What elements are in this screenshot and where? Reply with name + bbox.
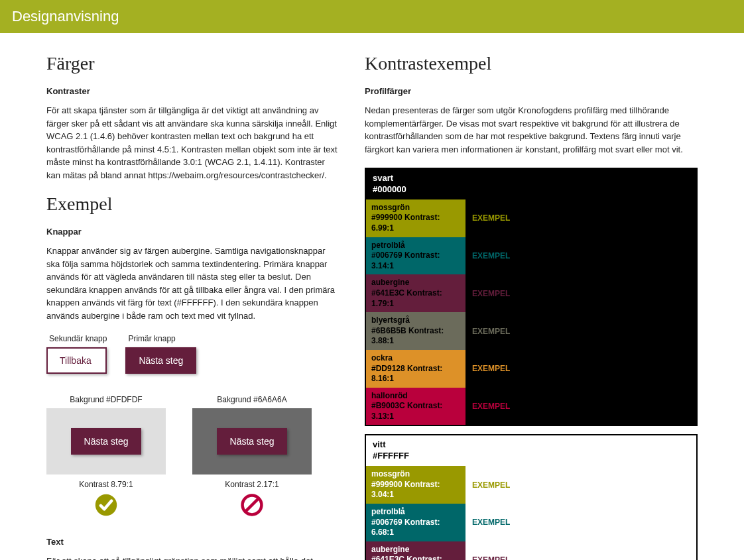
swatch-main: mossgrön#999900 Kontrast: 6.99:1 (366, 199, 465, 237)
knappar-body: Knappar använder sig av färgen aubergine… (46, 245, 338, 322)
swatch-row: aubergine#641E3C Kontrast: 1.79:1EXEMPEL (366, 274, 696, 312)
secondary-button[interactable]: Tillbaka (46, 347, 107, 374)
kontraster-body: För att skapa tjänster som är tillgängli… (46, 104, 338, 182)
swatch-main: hallonröd#B9003C Kontrast: 3.13:1 (366, 388, 465, 425)
bg-examples: Bakgrund #DFDFDF Nästa steg Kontrast 8.7… (46, 395, 338, 517)
swatch-main: aubergine#641E3C Kontrast: 1.79:1 (366, 274, 465, 312)
black-panel-head: svart #000000 (366, 169, 696, 199)
bg-dark-label: Bakgrund #6A6A6A (192, 395, 312, 404)
check-icon (46, 493, 166, 517)
heading-kontrastexempel: Kontrastexempel (365, 53, 698, 74)
forbidden-icon (192, 493, 312, 517)
swatch-exempel: EXEMPEL (465, 504, 517, 541)
swatch-row: aubergine#641E3C Kontrast: 11.71:1EXEMPE… (366, 541, 696, 560)
swatch-exempel: EXEMPEL (465, 274, 517, 312)
black-panel-rows: mossgrön#999900 Kontrast: 6.99:1EXEMPELp… (366, 199, 696, 425)
black-panel-name: svart (373, 173, 393, 183)
bg-example-light: Bakgrund #DFDFDF Nästa steg Kontrast 8.7… (46, 395, 166, 517)
swatch-main: petrolblå#006769 Kontrast: 6.68:1 (366, 504, 465, 541)
white-panel-name: vitt (373, 439, 386, 449)
bg-dark-kontrast: Kontrast 2.17:1 (192, 480, 312, 489)
swatch-exempel: EXEMPEL (465, 350, 517, 388)
swatch-main: aubergine#641E3C Kontrast: 11.71:1 (366, 541, 465, 560)
swatch-exempel: EXEMPEL (465, 312, 517, 350)
heading-colors: Färger (46, 53, 338, 74)
text-section: Text För att skapa ett så tillgängligt g… (46, 537, 338, 560)
primary-button-group: Primär knapp Nästa steg (125, 334, 196, 374)
knappar-subheading: Knappar (46, 227, 338, 237)
profil-subheading: Profilfärger (365, 86, 698, 96)
swatch-main: blyertsgrå#6B6B5B Kontrast: 3.88:1 (366, 312, 465, 350)
bg-light-button[interactable]: Nästa steg (71, 428, 142, 455)
secondary-button-group: Sekundär knapp Tillbaka (46, 334, 107, 374)
kontraster-subheading: Kontraster (46, 86, 338, 96)
swatch-row: ockra#DD9128 Kontrast: 8.16:1EXEMPEL (366, 350, 696, 388)
primary-button[interactable]: Nästa steg (125, 347, 196, 374)
swatch-row: mossgrön#999900 Kontrast: 3.04:1EXEMPEL (366, 466, 696, 504)
left-column: Färger Kontraster För att skapa tjänster… (46, 53, 338, 560)
swatch-row: mossgrön#999900 Kontrast: 6.99:1EXEMPEL (366, 199, 696, 237)
bg-light-kontrast: Kontrast 8.79:1 (46, 480, 166, 489)
white-panel-head: vitt #FFFFFF (366, 435, 696, 466)
bg-dark-button[interactable]: Nästa steg (217, 428, 288, 455)
swatch-exempel: EXEMPEL (465, 388, 517, 425)
bg-dark-box: Nästa steg (192, 408, 312, 475)
secondary-button-label: Sekundär knapp (46, 334, 107, 343)
white-panel-rows: mossgrön#999900 Kontrast: 3.04:1EXEMPELp… (366, 466, 696, 560)
swatch-panel-white: vitt #FFFFFF mossgrön#999900 Kontrast: 3… (365, 434, 698, 560)
swatch-exempel: EXEMPEL (465, 199, 517, 237)
profil-body: Nedan presenteras de färger som utgör Kr… (365, 104, 698, 156)
swatch-row: petrolblå#006769 Kontrast: 6.68:1EXEMPEL (366, 504, 696, 541)
black-panel-hex: #000000 (373, 184, 406, 194)
swatch-main: mossgrön#999900 Kontrast: 3.04:1 (366, 466, 465, 504)
swatch-row: blyertsgrå#6B6B5B Kontrast: 3.88:1EXEMPE… (366, 312, 696, 350)
page-title: Designanvisning (12, 8, 119, 25)
bg-example-dark: Bakgrund #6A6A6A Nästa steg Kontrast 2.1… (192, 395, 312, 517)
swatch-main: ockra#DD9128 Kontrast: 8.16:1 (366, 350, 465, 388)
swatch-exempel: EXEMPEL (465, 466, 517, 504)
bg-light-label: Bakgrund #DFDFDF (46, 395, 166, 404)
button-row: Sekundär knapp Tillbaka Primär knapp Näs… (46, 334, 338, 374)
swatch-row: hallonröd#B9003C Kontrast: 3.13:1EXEMPEL (366, 388, 696, 425)
right-column: Kontrastexempel Profilfärger Nedan prese… (365, 53, 698, 560)
swatch-exempel: EXEMPEL (465, 541, 517, 560)
swatch-exempel: EXEMPEL (465, 237, 517, 275)
svg-line-2 (245, 498, 259, 512)
white-panel-hex: #FFFFFF (373, 451, 409, 461)
swatch-row: petrolblå#006769 Kontrast: 3.14:1EXEMPEL (366, 237, 696, 275)
primary-button-label: Primär knapp (125, 334, 196, 343)
swatch-panel-black: svart #000000 mossgrön#999900 Kontrast: … (365, 168, 698, 426)
top-bar: Designanvisning (0, 0, 744, 33)
text-subheading: Text (46, 537, 338, 547)
text-body: För att skapa ett så tillgängligt gränst… (46, 555, 338, 560)
swatch-main: petrolblå#006769 Kontrast: 3.14:1 (366, 237, 465, 275)
bg-light-box: Nästa steg (46, 408, 166, 475)
main-container: Färger Kontraster För att skapa tjänster… (0, 33, 744, 560)
heading-example: Exempel (46, 194, 338, 215)
